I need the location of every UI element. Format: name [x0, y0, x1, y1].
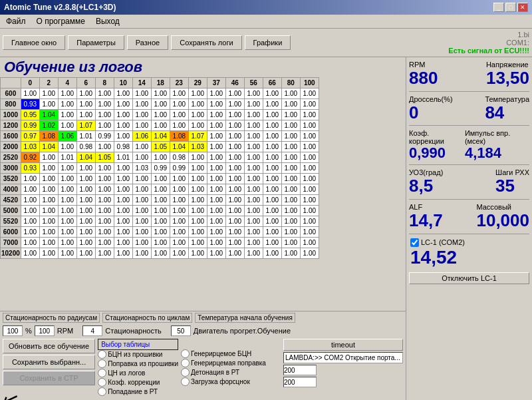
- grid-cell[interactable]: 1.00: [21, 89, 39, 99]
- grid-cell[interactable]: 1.06: [132, 131, 151, 142]
- grid-cell[interactable]: 1.00: [300, 184, 319, 195]
- grid-cell[interactable]: 1.00: [207, 206, 225, 216]
- grid-cell[interactable]: 1.00: [207, 174, 225, 184]
- grid-cell[interactable]: 0.92: [21, 152, 39, 163]
- grid-cell[interactable]: 0.95: [21, 110, 39, 120]
- grid-cell[interactable]: 1.00: [225, 184, 244, 195]
- grid-cell[interactable]: 1.00: [39, 238, 58, 248]
- grid-cell[interactable]: 1.00: [114, 163, 132, 174]
- grid-cell[interactable]: 1.00: [244, 195, 263, 206]
- grid-cell[interactable]: 1.00: [114, 248, 132, 259]
- grid-cell[interactable]: 1.00: [188, 206, 207, 216]
- grid-cell[interactable]: 1.00: [132, 110, 151, 120]
- grid-cell[interactable]: 1.00: [21, 174, 39, 184]
- grid-cell[interactable]: 1.00: [151, 195, 170, 206]
- grid-cell[interactable]: 1.00: [76, 248, 95, 259]
- num2-input[interactable]: [283, 377, 317, 387]
- grid-cell[interactable]: 1.00: [188, 195, 207, 206]
- grid-cell[interactable]: 1.00: [170, 120, 188, 131]
- grid-cell[interactable]: 1.00: [76, 89, 95, 99]
- grid-cell[interactable]: 1.00: [300, 142, 319, 152]
- grid-cell[interactable]: 1.00: [95, 89, 114, 99]
- grid-cell[interactable]: 1.00: [114, 174, 132, 184]
- grid-cell[interactable]: 1.00: [244, 152, 263, 163]
- grid-cell[interactable]: 1.00: [263, 248, 281, 259]
- grid-cell[interactable]: 1.00: [114, 110, 132, 120]
- grid-cell[interactable]: 1.00: [300, 163, 319, 174]
- grid-cell[interactable]: 1.00: [225, 248, 244, 259]
- radio4-input[interactable]: [98, 378, 106, 387]
- grid-cell[interactable]: 1.00: [95, 195, 114, 206]
- grid-cell[interactable]: 1.04: [39, 110, 58, 120]
- grid-cell[interactable]: 1.00: [114, 206, 132, 216]
- grid-cell[interactable]: 1.00: [151, 99, 170, 110]
- grid-cell[interactable]: 1.00: [244, 248, 263, 259]
- grid-cell[interactable]: 1.00: [188, 238, 207, 248]
- grid-cell[interactable]: 1.02: [39, 120, 58, 131]
- grid-cell[interactable]: 1.00: [151, 248, 170, 259]
- grid-cell[interactable]: 1.00: [95, 99, 114, 110]
- grid-cell[interactable]: 1.00: [132, 99, 151, 110]
- grid-cell[interactable]: 1.00: [188, 227, 207, 238]
- minimize-button[interactable]: _: [493, 3, 504, 12]
- grid-cell[interactable]: 1.00: [58, 238, 76, 248]
- grid-cell[interactable]: 1.00: [58, 248, 76, 259]
- grid-cell[interactable]: 1.00: [281, 248, 300, 259]
- grid-cell[interactable]: 1.00: [188, 216, 207, 227]
- menu-about[interactable]: О программе: [35, 16, 87, 27]
- grid-cell[interactable]: 0.99: [21, 120, 39, 131]
- radio2-label[interactable]: Поправка из прошивки: [98, 359, 178, 368]
- grid-cell[interactable]: 1.00: [170, 227, 188, 238]
- grid-cell[interactable]: 1.00: [225, 152, 244, 163]
- grid-cell[interactable]: 1.00: [263, 238, 281, 248]
- grid-cell[interactable]: 1.00: [207, 216, 225, 227]
- grid-cell[interactable]: 1.00: [114, 99, 132, 110]
- grid-cell[interactable]: 1.00: [170, 195, 188, 206]
- radio2-input[interactable]: [98, 359, 106, 368]
- grid-cell[interactable]: 1.07: [76, 120, 95, 131]
- grid-cell[interactable]: 1.00: [58, 216, 76, 227]
- radio5-input[interactable]: [98, 387, 106, 396]
- grid-cell[interactable]: 1.00: [114, 238, 132, 248]
- grid-cell[interactable]: 1.00: [132, 206, 151, 216]
- grid-cell[interactable]: 1.00: [132, 238, 151, 248]
- grid-cell[interactable]: 0.97: [21, 131, 39, 142]
- grid-cell[interactable]: 1.00: [39, 184, 58, 195]
- menu-file[interactable]: Файл: [4, 16, 28, 27]
- radio3-label[interactable]: ЦН из логов: [98, 369, 178, 377]
- grid-cell[interactable]: 1.00: [39, 195, 58, 206]
- grid-cell[interactable]: 1.00: [132, 89, 151, 99]
- grid-cell[interactable]: 1.00: [39, 99, 58, 110]
- radio4-label[interactable]: Коэф. коррекции: [98, 378, 178, 387]
- radio9-label[interactable]: Загрузка форсцнок: [181, 377, 266, 386]
- grid-cell[interactable]: 1.00: [263, 152, 281, 163]
- menu-exit[interactable]: Выход: [94, 16, 122, 27]
- grid-cell[interactable]: 1.00: [170, 174, 188, 184]
- grid-cell[interactable]: 1.04: [76, 152, 95, 163]
- grid-cell[interactable]: 1.00: [58, 89, 76, 99]
- grid-cell[interactable]: 1.00: [76, 195, 95, 206]
- grid-cell[interactable]: 1.00: [225, 195, 244, 206]
- grid-cell[interactable]: 1.00: [95, 227, 114, 238]
- update-all-btn[interactable]: Обновить все обучение: [3, 339, 95, 353]
- grid-cell[interactable]: 1.00: [225, 227, 244, 238]
- grid-cell[interactable]: 1.00: [58, 142, 76, 152]
- grid-cell[interactable]: 1.00: [207, 152, 225, 163]
- grid-cell[interactable]: 1.00: [132, 174, 151, 184]
- grid-cell[interactable]: 1.00: [114, 227, 132, 238]
- grid-cell[interactable]: 1.00: [281, 227, 300, 238]
- radio1-input[interactable]: [98, 350, 106, 359]
- grid-cell[interactable]: 1.00: [188, 248, 207, 259]
- grid-cell[interactable]: 1.00: [207, 248, 225, 259]
- grid-cell[interactable]: 1.00: [132, 248, 151, 259]
- grid-cell[interactable]: 1.00: [300, 89, 319, 99]
- stac-val1-input[interactable]: [3, 325, 23, 336]
- grid-cell[interactable]: 1.00: [58, 174, 76, 184]
- lc1-checkbox[interactable]: [410, 238, 419, 247]
- grid-cell[interactable]: 1.00: [95, 142, 114, 152]
- grid-cell[interactable]: 1.00: [281, 216, 300, 227]
- grid-cell[interactable]: 1.00: [207, 110, 225, 120]
- grid-cell[interactable]: 1.00: [95, 163, 114, 174]
- stac-val2-input[interactable]: [35, 325, 55, 336]
- radio7-label[interactable]: Генерирцемая поправка: [181, 359, 266, 367]
